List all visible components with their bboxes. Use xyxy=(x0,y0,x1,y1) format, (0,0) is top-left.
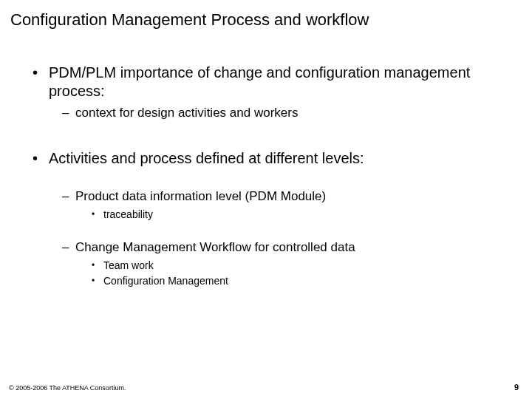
slide-body: PDM/PLM importance of change and configu… xyxy=(28,64,502,294)
bullet-text: Change Management Workflow for controlle… xyxy=(75,240,355,254)
bullet-text: traceability xyxy=(103,208,153,220)
bullet-list-level1: Activities and process defined at differ… xyxy=(28,149,502,288)
slide: Configuration Management Process and wor… xyxy=(0,0,532,399)
bullet-list-level2: context for design activities and worker… xyxy=(49,105,502,121)
bullet-text: Activities and process defined at differ… xyxy=(49,150,364,166)
bullet-item: Configuration Management xyxy=(92,274,502,288)
spacer xyxy=(49,168,502,184)
bullet-text: Configuration Management xyxy=(103,275,228,287)
bullet-text: Team work xyxy=(103,259,154,271)
bullet-list-level1: PDM/PLM importance of change and configu… xyxy=(28,64,502,121)
bullet-item: PDM/PLM importance of change and configu… xyxy=(28,64,502,121)
slide-title: Configuration Management Process and wor… xyxy=(10,10,517,30)
bullet-list-level3: traceability xyxy=(75,208,502,222)
bullet-text: Product data information level (PDM Modu… xyxy=(75,189,326,203)
bullet-text: context for design activities and worker… xyxy=(75,106,298,120)
bullet-item: Change Management Workflow for controlle… xyxy=(62,239,502,288)
bullet-item: Team work xyxy=(92,259,502,273)
bullet-item: Product data information level (PDM Modu… xyxy=(62,188,502,222)
bullet-text: PDM/PLM importance of change and configu… xyxy=(49,64,470,99)
page-number: 9 xyxy=(514,383,519,392)
bullet-item: traceability xyxy=(92,208,502,222)
bullet-list-level2: Product data information level (PDM Modu… xyxy=(49,188,502,222)
spacer xyxy=(28,127,502,149)
footer-copyright: © 2005-2006 The ATHENA Consortium. xyxy=(9,384,126,392)
bullet-item: Activities and process defined at differ… xyxy=(28,149,502,288)
bullet-list-level3: Team work Configuration Management xyxy=(75,259,502,288)
bullet-item: context for design activities and worker… xyxy=(62,105,502,121)
spacer xyxy=(49,225,502,235)
bullet-list-level2: Change Management Workflow for controlle… xyxy=(49,239,502,288)
